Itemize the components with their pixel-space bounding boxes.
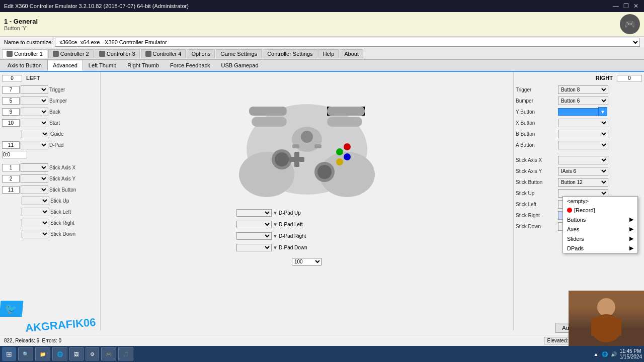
- tab-options-label: Options: [191, 51, 210, 57]
- left-guide-row: Guide: [1, 128, 99, 139]
- taskbar-search[interactable]: 🔍: [18, 347, 33, 360]
- status-bar: 822, Reloads: 6, Errors: 0 Elevated: Tru…: [0, 335, 644, 346]
- tab-controller1[interactable]: Controller 1: [2, 49, 47, 58]
- right-ybutton-field[interactable]: [558, 108, 598, 116]
- left-bumper-row: Bumper: [1, 95, 99, 106]
- dropdown-axes[interactable]: Axes ▶: [563, 224, 637, 234]
- left-deadzone-row: [1, 150, 99, 159]
- restore-button[interactable]: ❐: [622, 2, 630, 10]
- dropdown-empty[interactable]: <empty>: [563, 197, 637, 206]
- left-guide-select[interactable]: [22, 130, 49, 138]
- tab-controllersettings[interactable]: Controller Settings: [263, 49, 317, 58]
- tab-controller4[interactable]: Controller 4: [141, 49, 186, 58]
- right-xbutton-select[interactable]: [558, 119, 608, 127]
- taskbar-photos[interactable]: 🖼: [69, 347, 84, 360]
- taskbar-app5[interactable]: ⚙: [86, 347, 99, 360]
- close-button[interactable]: ✕: [632, 2, 640, 10]
- left-deadzone-input[interactable]: [2, 151, 27, 158]
- left-sticky-select[interactable]: [21, 174, 48, 183]
- left-stickright-select[interactable]: [22, 219, 49, 227]
- right-xbutton-row: X Button: [515, 117, 643, 128]
- right-xbutton-label: X Button: [516, 120, 556, 126]
- tab-controller2-label: Controller 2: [60, 51, 89, 57]
- photos-icon: 🖼: [74, 351, 79, 357]
- dpad-up-select[interactable]: [236, 209, 272, 217]
- left-back-select[interactable]: [21, 108, 48, 116]
- profile-select[interactable]: x360ce_x64.exe - X360 Controller Emulato…: [55, 38, 640, 47]
- dropdown-record[interactable]: [Record]: [563, 206, 637, 215]
- dropdown-dpads-label: DPads: [567, 245, 584, 251]
- status-text: 822, Reloads: 6, Errors: 0: [4, 338, 61, 343]
- zoom-select[interactable]: 25 50 75 100: [292, 258, 322, 265]
- tab-controller3[interactable]: Controller 3: [95, 49, 140, 58]
- right-stickdown-label: Stick Down: [516, 224, 556, 229]
- left-start-num[interactable]: [2, 119, 20, 127]
- right-ybutton-row: Y Button ▼: [515, 106, 643, 117]
- center-panel: ▼ D-Pad Up ▼ D-Pad Left ▼ D-Pad Right ▼ …: [101, 72, 513, 330]
- subtab-leftthumb[interactable]: Left Thumb: [83, 60, 122, 71]
- left-stickleft-select[interactable]: [22, 208, 49, 216]
- subtab-advanced[interactable]: Advanced: [47, 60, 83, 71]
- taskbar-chrome[interactable]: 🌐: [52, 347, 67, 360]
- tab-controller1-label: Controller 1: [14, 51, 43, 57]
- left-trigger-num[interactable]: [2, 86, 20, 94]
- taskbar-app6[interactable]: 🎮: [101, 347, 116, 360]
- dpad-right-arrow: ▼: [273, 233, 278, 239]
- left-stickx-num[interactable]: [2, 164, 20, 171]
- svg-point-22: [597, 298, 615, 316]
- subtab-rightthumb[interactable]: Right Thumb: [122, 60, 165, 71]
- controller2-icon: [53, 51, 59, 57]
- subtab-usbgamepad[interactable]: USB Gamepad: [216, 60, 264, 71]
- tab-controller2[interactable]: Controller 2: [48, 49, 94, 58]
- minimize-button[interactable]: —: [612, 2, 620, 10]
- dropdown-buttons[interactable]: Buttons ▶: [563, 215, 637, 224]
- right-num-header[interactable]: [617, 75, 642, 81]
- subtab-axistobutton[interactable]: Axis to Button: [2, 60, 47, 71]
- svg-point-10: [317, 165, 332, 179]
- left-start-select[interactable]: [21, 119, 48, 127]
- left-dpad-num[interactable]: [2, 141, 20, 149]
- tab-options[interactable]: Options: [187, 49, 215, 58]
- taskbar-right: ▲ 🌐 🔊 11:45 PM1/15/2024: [594, 348, 642, 359]
- left-stickbtn-select[interactable]: [21, 186, 48, 194]
- dropdown-dpads[interactable]: DPads ▶: [563, 243, 637, 253]
- left-stickbtn-num[interactable]: [2, 186, 20, 194]
- dpad-down-select[interactable]: [236, 244, 272, 251]
- right-stickbtn-select[interactable]: Button 12: [558, 178, 608, 187]
- left-back-num[interactable]: [2, 108, 20, 116]
- left-trigger-select[interactable]: [21, 85, 48, 94]
- chrome-icon: 🌐: [57, 351, 63, 357]
- right-abutton-select[interactable]: [558, 141, 608, 149]
- right-stickaxisx-select[interactable]: [558, 156, 608, 164]
- tab-controller3-label: Controller 3: [107, 51, 135, 57]
- start-button[interactable]: ⊞: [2, 347, 16, 361]
- dpad-right-select[interactable]: [236, 232, 272, 240]
- left-sticky-num[interactable]: [2, 175, 20, 183]
- left-stickdown-select[interactable]: [22, 230, 49, 238]
- subtab-forcefeedback[interactable]: Force Feedback: [165, 60, 215, 71]
- right-abutton-label: A Button: [516, 142, 556, 148]
- left-num-header[interactable]: [2, 75, 22, 81]
- right-ybutton-dropdown-btn[interactable]: ▼: [598, 107, 607, 116]
- left-dpad-select[interactable]: [21, 141, 48, 149]
- right-trigger-select[interactable]: Button 8: [558, 85, 608, 94]
- taskbar-app7[interactable]: 🎵: [118, 347, 133, 360]
- left-stickx-select[interactable]: [21, 163, 48, 172]
- right-stickaxisy-select[interactable]: IAxis 6: [558, 167, 608, 175]
- dropdown-sliders[interactable]: Sliders ▶: [563, 234, 637, 243]
- tab-help[interactable]: Help: [318, 49, 339, 58]
- dropdown-axes-label: Axes: [567, 226, 579, 232]
- left-sticky-label: Stick Axis Y: [49, 176, 98, 182]
- left-stickup-select[interactable]: [22, 197, 49, 205]
- tab-gamesettings[interactable]: Game Settings: [216, 49, 262, 58]
- left-sticky-row: Stick Axis Y: [1, 173, 99, 184]
- right-bbutton-select[interactable]: [558, 130, 608, 138]
- left-bumper-num[interactable]: [2, 97, 20, 105]
- right-bumper-select[interactable]: Button 6: [558, 97, 608, 105]
- taskbar-fileexplorer[interactable]: 📁: [35, 347, 50, 360]
- svg-point-16: [336, 158, 343, 165]
- left-bumper-select[interactable]: [21, 97, 48, 105]
- dpad-right-label: D-Pad Right: [279, 233, 306, 239]
- tab-about[interactable]: About: [340, 49, 363, 58]
- dpad-left-select[interactable]: [236, 221, 272, 228]
